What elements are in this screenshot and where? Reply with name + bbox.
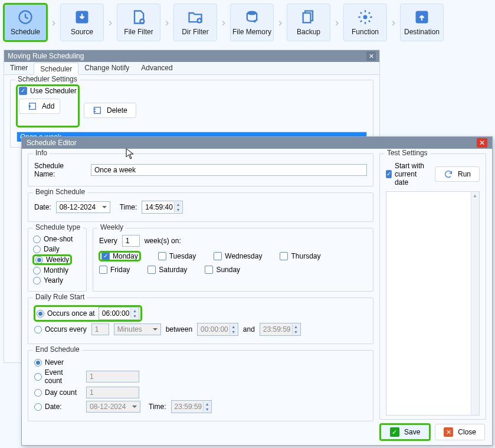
checkbox-icon: [205, 266, 213, 274]
begin-time-spinner[interactable]: 14:59:40▲▼: [142, 201, 183, 214]
step-function[interactable]: Function: [343, 4, 387, 41]
radio-daily[interactable]: Daily: [33, 245, 60, 253]
radio-oneshot[interactable]: One-shot: [33, 235, 73, 243]
spinner-buttons[interactable]: ▲▼: [174, 202, 182, 212]
test-settings-group: Test Settings Start with current date Ru…: [379, 153, 486, 420]
day-tuesday[interactable]: Tuesday: [158, 251, 196, 261]
clock-icon: [17, 9, 34, 25]
check-icon: ✓: [390, 427, 399, 437]
schedule-name-label: Schedule Name:: [34, 162, 86, 178]
step-label: Function: [352, 28, 379, 36]
step-label: Dir Filter: [182, 28, 208, 36]
run-button[interactable]: Run: [435, 166, 480, 182]
step-label: Destination: [404, 28, 440, 36]
occurs-once-time-spinner[interactable]: 06:00:00▲▼: [99, 307, 140, 320]
chevron-icon: ›: [391, 17, 396, 29]
step-destination[interactable]: Destination: [400, 4, 444, 41]
step-backup[interactable]: Backup: [287, 4, 330, 41]
between-start-spinner: 00:00:00▲▼: [197, 323, 238, 336]
checkbox-icon: [214, 252, 222, 260]
step-file-memory[interactable]: File Memory: [230, 4, 274, 41]
dialog1-title: Moving Rule Scheduling: [8, 52, 84, 60]
step-schedule[interactable]: Schedule: [4, 4, 47, 41]
schedule-name-input[interactable]: [91, 164, 367, 176]
files-icon: [300, 9, 317, 25]
vertical-scrollbar[interactable]: [471, 192, 479, 415]
wizard-toolbar: Schedule › Source › File Filter › Dir Fi…: [0, 0, 495, 44]
checkbox-icon: [280, 252, 288, 260]
info-group: Info Schedule Name:: [28, 153, 373, 187]
radio-monthly[interactable]: Monthly: [33, 266, 68, 274]
step-label: File Filter: [124, 28, 153, 36]
tab-change-notify[interactable]: Change Notify: [78, 62, 135, 74]
day-friday[interactable]: Friday: [99, 266, 130, 274]
dialog2-close-button[interactable]: ✕: [477, 138, 487, 148]
close-button[interactable]: ✕ Close: [435, 424, 485, 440]
tab-scheduler[interactable]: Scheduler: [34, 63, 78, 75]
svg-point-4: [247, 11, 257, 15]
end-legend: End Schedule: [33, 345, 82, 354]
radio-day-count[interactable]: Day count: [34, 388, 81, 397]
spinner-buttons[interactable]: ▲▼: [130, 308, 138, 319]
checkbox-icon: [19, 87, 27, 95]
day-sunday[interactable]: Sunday: [205, 266, 240, 274]
every-weeks-input[interactable]: [122, 235, 140, 247]
use-scheduler-checkbox[interactable]: Use Scheduler: [19, 87, 77, 95]
radio-weekly[interactable]: Weekly: [33, 255, 71, 264]
occurs-every-unit-dropdown: Minutes: [114, 323, 161, 335]
day-monday[interactable]: Monday: [99, 251, 140, 261]
begin-date-dropdown[interactable]: 08-12-2024: [56, 201, 110, 213]
dialog2-titlebar: Schedule Editor ✕: [22, 137, 492, 149]
end-schedule-group: End Schedule Never Event count Day count…: [28, 350, 373, 421]
event-count-input: [86, 371, 139, 382]
file-plus-icon: [130, 9, 147, 25]
chevron-icon: ›: [277, 17, 283, 29]
schedule-editor-dialog: Schedule Editor ✕ Info Schedule Name: Be…: [21, 136, 493, 446]
chevron-icon: ›: [221, 17, 227, 29]
radio-never[interactable]: Never: [34, 358, 64, 367]
step-file-filter[interactable]: File Filter: [117, 4, 160, 41]
every-label: Every: [99, 237, 117, 245]
download-box-icon: [74, 9, 90, 25]
save-label: Save: [404, 428, 420, 436]
folder-plus-icon: [187, 9, 204, 25]
test-legend: Test Settings: [385, 149, 430, 157]
start-current-date-checkbox[interactable]: Start with current date: [386, 162, 430, 187]
step-label: File Memory: [232, 28, 271, 36]
delete-button[interactable]: Delete: [84, 103, 136, 118]
weekly-group: Weekly Every week(s) on: Monday Tuesday …: [93, 228, 373, 292]
info-legend: Info: [33, 149, 50, 157]
and-label: and: [243, 325, 255, 333]
tab-timer[interactable]: Timer: [4, 62, 34, 74]
dialog1-tabs: Timer Scheduler Change Notify Advanced: [4, 62, 379, 75]
tab-advanced[interactable]: Advanced: [135, 62, 178, 74]
day-wednesday[interactable]: Wednesday: [214, 251, 262, 261]
radio-end-date[interactable]: Date:: [34, 403, 81, 411]
dialog2-title: Schedule Editor: [27, 139, 77, 147]
checkbox-icon: [147, 266, 156, 274]
chevron-icon: ›: [334, 17, 340, 29]
checkbox-icon: [386, 170, 392, 178]
day-saturday[interactable]: Saturday: [147, 266, 187, 274]
use-scheduler-label: Use Scheduler: [30, 87, 77, 95]
step-source[interactable]: Source: [60, 4, 104, 41]
begin-schedule-group: Begin Schedule Date: 08-12-2024 Time: 14…: [28, 192, 373, 222]
svg-point-7: [363, 15, 368, 19]
radio-occurs-once[interactable]: Occurs once at: [37, 309, 95, 318]
checkbox-icon: [101, 252, 110, 260]
dialog1-close-button[interactable]: ✕: [366, 51, 376, 61]
save-button[interactable]: ✓ Save: [380, 424, 430, 440]
step-dir-filter[interactable]: Dir Filter: [173, 4, 217, 41]
add-icon: [28, 102, 37, 111]
upload-box-icon: [414, 9, 430, 25]
begin-date-label: Date:: [34, 203, 51, 211]
between-label: between: [166, 325, 192, 333]
radio-occurs-every[interactable]: Occurs every: [34, 325, 87, 333]
schedule-type-group: Schedule type One-shot Daily Weekly Mont…: [28, 228, 87, 292]
radio-event-count[interactable]: Event count: [34, 368, 81, 385]
add-button[interactable]: Add: [19, 99, 60, 114]
radio-yearly[interactable]: Yearly: [33, 276, 63, 285]
chevron-icon: ›: [164, 17, 170, 29]
dialog1-titlebar: Moving Rule Scheduling ✕: [4, 50, 379, 62]
day-thursday[interactable]: Thursday: [280, 251, 320, 261]
